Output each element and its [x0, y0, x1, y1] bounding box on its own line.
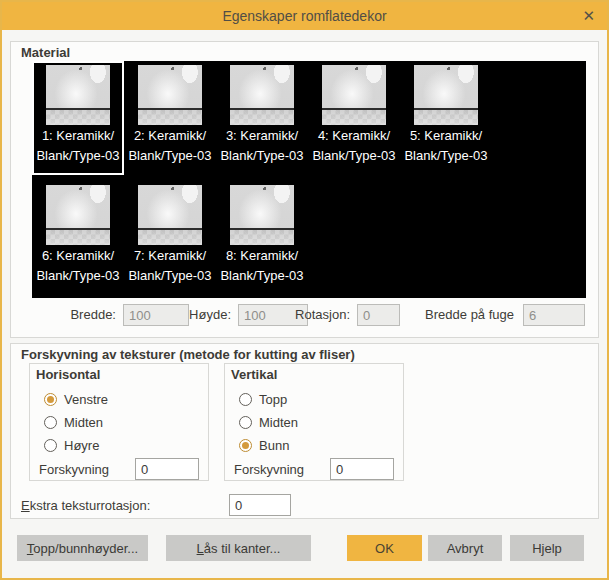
- material-field-label-bredde-på-fuge: Bredde på fuge: [425, 307, 514, 322]
- lock-to-edges-button[interactable]: Lås til kanter...: [166, 535, 311, 561]
- material-tile-1[interactable]: 1: Keramikk/Blank/Type-03: [32, 61, 124, 175]
- radio-label: Bunn: [259, 438, 289, 453]
- cancel-button[interactable]: Avbryt: [428, 535, 502, 561]
- tile-label-line1: 5: Keramikk/: [410, 126, 482, 145]
- tile-label-line1: 7: Keramikk/: [134, 246, 206, 265]
- material-field-input-bredde-på-fuge: [523, 304, 585, 326]
- material-tile-6[interactable]: 6: Keramikk/Blank/Type-03: [32, 181, 124, 295]
- material-tile-4[interactable]: 4: Keramikk/Blank/Type-03: [308, 61, 400, 175]
- radio-label: Midten: [259, 415, 298, 430]
- tile-preview-image: [46, 65, 110, 125]
- tile-label-line2: Blank/Type-03: [220, 146, 303, 165]
- material-field-label-rotasjon-: Rotasjon:: [295, 307, 350, 322]
- horizontal-radio-list: VenstreMidtenHøyre: [44, 388, 108, 457]
- tile-preview-image: [230, 185, 294, 245]
- close-icon[interactable]: ✕: [582, 2, 595, 30]
- tile-label-line1: 4: Keramikk/: [318, 126, 390, 145]
- extra-rotation-label: Ekstra teksturrotasjon:: [21, 498, 150, 513]
- vertical-offset-input[interactable]: [330, 458, 394, 480]
- extra-rotation-input[interactable]: [229, 494, 291, 516]
- material-tile-7[interactable]: 7: Keramikk/Blank/Type-03: [124, 181, 216, 295]
- material-fields-row: Bredde:Høyde:Rotasjon:Bredde på fuge: [11, 303, 598, 329]
- texture-offset-group: Forskyvning av teksturer (metode for kut…: [10, 343, 599, 519]
- tile-label-line2: Blank/Type-03: [312, 146, 395, 165]
- radio-icon: [239, 439, 252, 452]
- tile-label-line1: 1: Keramikk/: [42, 126, 114, 145]
- material-field-input-rotasjon-: [357, 304, 400, 326]
- dialog-title: Egenskaper romflatedekor: [222, 8, 386, 24]
- horizontal-group-label: Horisontal: [36, 367, 100, 382]
- horizontal-offset-group: Horisontal VenstreMidtenHøyre Forskyvnin…: [29, 363, 209, 481]
- horizontal-radio-venstre[interactable]: Venstre: [44, 388, 108, 411]
- material-group-label: Material: [21, 45, 70, 60]
- tile-preview-image: [322, 65, 386, 125]
- radio-label: Topp: [259, 392, 287, 407]
- vertical-radio-topp[interactable]: Topp: [239, 388, 298, 411]
- radio-icon: [44, 416, 57, 429]
- tile-preview-image: [138, 65, 202, 125]
- horizontal-offset-input[interactable]: [135, 458, 199, 480]
- tile-label-line1: 8: Keramikk/: [226, 246, 298, 265]
- texture-offset-group-label: Forskyvning av teksturer (metode for kut…: [21, 347, 355, 362]
- vertical-group-label: Vertikal: [231, 367, 277, 382]
- vertical-offset-group: Vertikal ToppMidtenBunn Forskyvning: [224, 363, 404, 481]
- material-tile-8[interactable]: 8: Keramikk/Blank/Type-03: [216, 181, 308, 295]
- radio-label: Midten: [64, 415, 103, 430]
- material-field-input-bredde-: [123, 304, 189, 326]
- vertical-radio-bunn[interactable]: Bunn: [239, 434, 298, 457]
- material-tile-panel: 1: Keramikk/Blank/Type-032: Keramikk/Bla…: [32, 61, 586, 298]
- tile-label-line1: 2: Keramikk/: [134, 126, 206, 145]
- material-field-label-bredde-: Bredde:: [70, 307, 116, 322]
- vertical-offset-label: Forskyvning: [234, 462, 304, 477]
- tile-label-line1: 6: Keramikk/: [42, 246, 114, 265]
- vertical-radio-midten[interactable]: Midten: [239, 411, 298, 434]
- tile-preview-image: [414, 65, 478, 125]
- radio-label: Høyre: [64, 438, 99, 453]
- tile-label-line2: Blank/Type-03: [36, 266, 119, 285]
- tile-label-line1: 3: Keramikk/: [226, 126, 298, 145]
- tile-label-line2: Blank/Type-03: [128, 146, 211, 165]
- radio-icon: [44, 393, 57, 406]
- horizontal-radio-høyre[interactable]: Høyre: [44, 434, 108, 457]
- tile-label-line2: Blank/Type-03: [36, 146, 119, 165]
- ok-button[interactable]: OK: [347, 535, 422, 561]
- radio-icon: [44, 439, 57, 452]
- horizontal-radio-midten[interactable]: Midten: [44, 411, 108, 434]
- radio-icon: [239, 416, 252, 429]
- radio-icon: [239, 393, 252, 406]
- material-tile-3[interactable]: 3: Keramikk/Blank/Type-03: [216, 61, 308, 175]
- tile-label-line2: Blank/Type-03: [128, 266, 211, 285]
- properties-dialog: Egenskaper romflatedekor ✕ Material 1: K…: [0, 0, 609, 580]
- radio-label: Venstre: [64, 392, 108, 407]
- tile-preview-image: [46, 185, 110, 245]
- tile-label-line2: Blank/Type-03: [220, 266, 303, 285]
- help-button[interactable]: Hjelp: [510, 535, 584, 561]
- tile-label-line2: Blank/Type-03: [404, 146, 487, 165]
- horizontal-offset-label: Forskyvning: [39, 462, 109, 477]
- material-tile-5[interactable]: 5: Keramikk/Blank/Type-03: [400, 61, 492, 175]
- top-bottom-heights-button[interactable]: Topp/bunnhøyder...: [17, 535, 148, 561]
- titlebar[interactable]: Egenskaper romflatedekor ✕: [2, 2, 607, 30]
- tile-preview-image: [138, 185, 202, 245]
- material-field-label-høyde-: Høyde:: [189, 307, 231, 322]
- material-tile-2[interactable]: 2: Keramikk/Blank/Type-03: [124, 61, 216, 175]
- material-group: Material 1: Keramikk/Blank/Type-032: Ker…: [10, 41, 599, 338]
- vertical-radio-list: ToppMidtenBunn: [239, 388, 298, 457]
- tile-preview-image: [230, 65, 294, 125]
